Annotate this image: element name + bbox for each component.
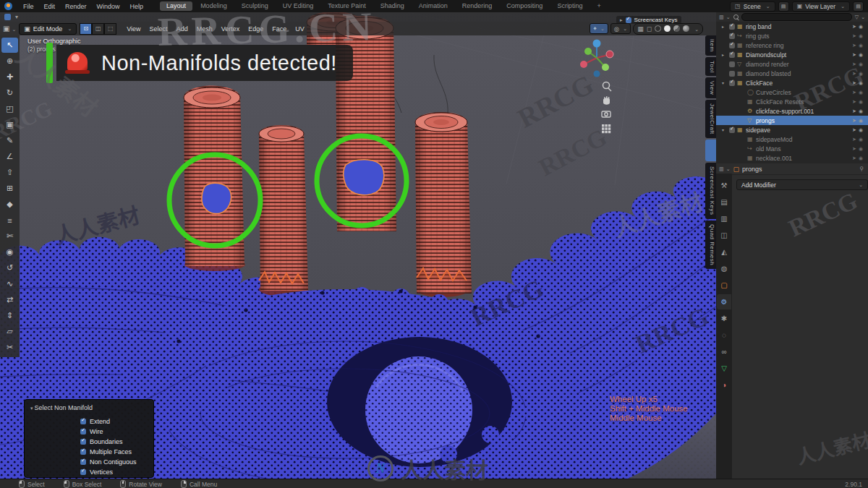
viewport-menu[interactable]: UV [291,25,309,33]
filter-funnel-icon[interactable]: ▽ [855,14,865,20]
outliner-checkbox[interactable] [729,61,735,67]
object-name[interactable]: prongs [756,117,850,124]
tool-button[interactable]: ✚ [1,69,18,85]
tool-button[interactable]: ⇄ [1,292,18,307]
properties-tab-icon[interactable]: ◭ [717,244,731,260]
object-name[interactable]: diamond blasted [746,70,850,77]
tool-button[interactable]: ◆ [1,197,18,212]
workspace-tab[interactable]: Compositing [500,1,549,11]
tool-button[interactable]: ⇧ [1,165,18,180]
screencast-checkbox[interactable] [626,17,631,23]
outliner-row[interactable]: ⚙ clickface-support.001 ➤◉ [716,106,868,116]
workspace-tab[interactable]: Sculpting [235,1,275,11]
properties-tab-icon[interactable]: ◫ [717,228,731,243]
properties-tab-icon[interactable]: ◑ [717,377,731,393]
object-name[interactable]: sidepave [746,127,850,134]
object-name[interactable]: necklace.001 [756,155,850,162]
object-name[interactable]: CurveCircles [756,89,850,96]
outliner-row[interactable]: ▸ ▦ Diamondsculpt ➤◉ [716,50,868,59]
workspace-tab[interactable]: Animation [412,1,454,11]
outliner-checkbox[interactable] [729,127,735,133]
viewport-menu[interactable]: Select [145,25,172,33]
object-name[interactable]: ring band [746,23,850,30]
properties-tab-icon[interactable]: ⚒ [717,178,731,193]
restrict-toggles[interactable]: ➤◉ [852,80,865,86]
outliner-checkbox[interactable] [729,33,735,39]
topbar-menu[interactable]: Help [125,3,149,10]
overlays-icon[interactable]: ▦ [637,25,644,33]
expand-arrow-icon[interactable]: ▾ [722,80,727,85]
option-checkbox[interactable] [80,429,86,435]
outliner-row[interactable]: ▦ sidepaveMod ➤◉ [716,134,868,144]
properties-tab-icon[interactable]: ◌ [717,328,731,343]
restrict-toggles[interactable]: ➤◉ [852,61,865,67]
properties-display-icon[interactable]: ▥ [719,166,731,172]
outliner-checkbox[interactable] [729,43,735,48]
camera-view-icon[interactable] [602,111,610,117]
properties-tab-icon[interactable]: ▥ [717,211,731,226]
sidebar-tab[interactable] [705,140,716,161]
solid-shading-icon[interactable] [664,25,671,32]
object-name[interactable]: Diamondsculpt [746,51,850,59]
new-scene-button[interactable]: ▤ [778,1,789,12]
object-name[interactable]: diamond render [746,61,850,68]
popup-option[interactable]: Wire [80,427,137,437]
popup-title[interactable]: Select Non Manifold [25,400,153,411]
properties-tab-icon[interactable]: ▤ [717,194,731,210]
grid-perspective-icon[interactable] [602,124,610,133]
properties-tab-icon[interactable]: ◍ [717,261,731,276]
workspace-tab[interactable]: Layout [160,1,192,11]
proportional-edit-button[interactable]: ◎ [610,23,631,34]
topbar-menu[interactable]: Edit [39,3,61,10]
rendered-shading-icon[interactable] [683,25,689,32]
display-mode-icon[interactable]: ▥ [719,14,731,20]
restrict-toggles[interactable]: ➤◉ [852,127,865,133]
option-checkbox[interactable] [80,419,86,424]
popup-option[interactable]: Multiple Faces [80,447,137,457]
outliner-row[interactable]: ↪ ring guts ➤◉ [716,31,868,40]
workspace-tab[interactable]: Scripting [550,1,589,11]
viewport-menu[interactable]: Mesh [192,25,217,33]
viewport-menu[interactable]: Edge [244,25,268,33]
properties-tab-icon[interactable]: ∞ [717,344,731,359]
pan-hand-icon[interactable] [603,96,610,105]
expand-arrow-icon[interactable]: ▸ [722,52,727,57]
object-name[interactable]: sidepaveMod [756,136,850,143]
workspace-tab[interactable]: Modeling [194,1,234,11]
edge-select-button[interactable]: ◫ [92,23,104,35]
option-checkbox[interactable] [80,439,86,445]
restrict-toggles[interactable]: ➤◉ [852,52,865,58]
outliner-row[interactable]: ▽ prongs ➤◉ [716,116,868,125]
object-name[interactable]: reference ring [746,42,850,49]
restrict-toggles[interactable]: ➤◉ [852,108,865,114]
zoom-icon[interactable] [603,82,612,92]
properties-tab-icon[interactable]: ⚙ [717,294,731,309]
outliner-row[interactable]: ▾ ▦ ClickFace ➤◉ [716,78,868,87]
tool-button[interactable]: ✄ [1,228,18,244]
outliner-row[interactable]: ▽ diamond render ➤◉ [716,59,868,69]
popup-option[interactable]: Boundaries [80,437,137,447]
scene-selector[interactable]: ◳ Scene [730,1,775,12]
tool-button[interactable]: ≡ [1,213,18,228]
outliner-checkbox[interactable] [729,52,735,58]
add-modifier-dropdown[interactable]: Add Modifier [736,179,868,190]
tool-button[interactable]: ∠ [1,149,18,164]
properties-tab-icon[interactable]: ▢ [717,278,731,293]
object-name[interactable]: ring guts [746,33,850,40]
restrict-toggles[interactable]: ➤◉ [852,90,865,95]
restrict-toggles[interactable]: ➤◉ [852,33,865,39]
viewport-menu[interactable]: Vertex [217,25,244,33]
material-shading-icon[interactable] [673,25,680,32]
tool-button[interactable]: ↻ [1,85,18,100]
restrict-toggles[interactable]: ➤◉ [852,24,865,30]
editor-type-icon[interactable]: ▣ [3,25,16,33]
expand-arrow-icon[interactable]: ▾ [722,127,727,132]
option-checkbox[interactable] [80,459,86,465]
workspace-tab[interactable]: + [590,1,607,11]
tool-button[interactable]: ✎ [1,133,18,148]
navigation-gizmo[interactable] [580,40,613,77]
expand-arrow-icon[interactable]: ▸ [620,17,623,23]
outliner-row[interactable]: ↪ old Mans ➤◉ [716,144,868,153]
restrict-toggles[interactable]: ➤◉ [852,71,865,77]
topbar-menu[interactable]: File [18,3,39,10]
